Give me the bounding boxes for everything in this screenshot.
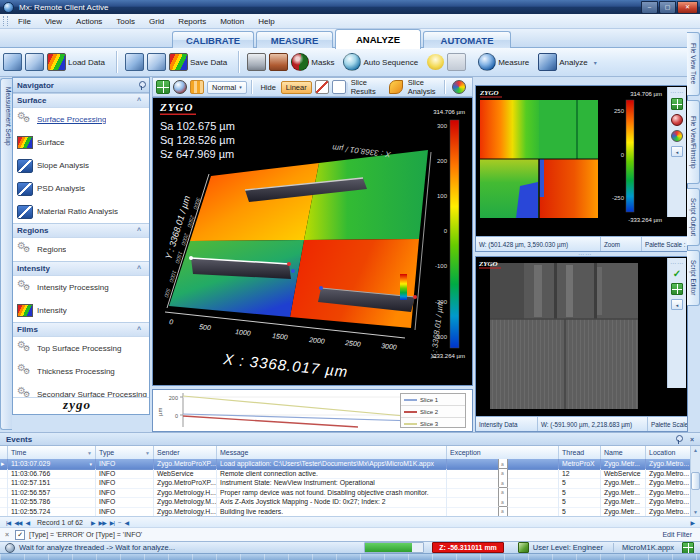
close-events-icon[interactable]: × [690,436,694,443]
section-regions[interactable]: Regions ^ [13,223,149,238]
nav-left-button[interactable]: ◀ [125,519,129,526]
clear-filter-icon[interactable]: × [5,531,9,538]
colormap-palette-icon[interactable] [452,80,466,94]
toolbar-overflow-icon[interactable]: ▾ [594,59,597,66]
view-mode-select[interactable]: Normal ▾ [207,81,247,94]
home-icon[interactable] [269,53,288,71]
col-message[interactable]: Message [217,446,447,460]
slice-results-button[interactable]: Slice Results [346,76,386,98]
auto-sequence-button[interactable]: Auto Sequence [363,58,418,67]
slice-analysis-icon[interactable] [389,80,403,94]
measure-icon[interactable] [478,53,496,71]
navitem-intensity-processing[interactable]: ⚙⚙ Intensity Processing [13,276,149,299]
intensity-view-panel[interactable]: ZYGO ⋯⋯ ✓ ◂ Intensity Data W: (-591.900 … [475,256,688,432]
minimize-button[interactable]: – [641,1,658,14]
navitem-material-ratio-analysis[interactable]: Material Ratio Analysis [13,200,149,223]
load-data-surface-icon[interactable] [47,53,66,71]
grid-layout-icon[interactable] [671,98,683,110]
filter-icon[interactable]: ▼ [87,450,92,456]
scroll-down-icon[interactable]: ▼ [693,509,698,515]
nav-prev-button[interactable]: ◀ [25,519,29,526]
print-icon[interactable] [247,53,266,71]
linear-scale-button[interactable]: Linear [281,81,312,94]
section-surface[interactable]: Surface ^ [13,93,149,108]
load-data-settings-icon[interactable] [25,53,44,71]
menu-actions[interactable]: Actions [69,14,109,28]
palette-icon[interactable] [671,130,683,142]
tab-script-output[interactable]: Script Output [687,188,700,246]
menu-reports[interactable]: Reports [171,14,213,28]
menu-help[interactable]: Help [251,14,281,28]
event-row[interactable]: ▸ 11:03:07.029▾ INFO Zygo.MetroProXP....… [0,459,690,469]
nav-next-button[interactable]: ▶ [91,519,95,526]
menu-tools[interactable]: Tools [109,14,142,28]
slice-endpoint-red[interactable] [413,295,417,299]
col-location[interactable]: Location [646,446,690,460]
save-data-settings-icon[interactable] [147,53,166,71]
profile-chart-icon[interactable] [315,80,329,94]
dropdown-icon[interactable]: ▾ [89,461,92,467]
event-row[interactable]: 11:02:56.557 INFO Zygo.Metrology.H... Pr… [0,488,690,498]
copy-results-icon[interactable] [332,80,346,94]
close-button[interactable]: ✕ [677,1,698,14]
filter-checkbox[interactable]: ✓ [15,530,25,540]
section-films[interactable]: Films ^ [13,322,149,337]
tab-file-view-tree[interactable]: File View Tree [687,32,700,96]
tab-measurement-setup[interactable]: Measurement Setup [0,78,12,430]
auto-sequence-icon[interactable] [343,53,361,71]
view-grid-icon[interactable] [156,80,170,94]
collapse-rail-button[interactable]: ◂ [671,146,683,157]
tab-measure[interactable]: MEASURE [256,31,333,49]
menu-view[interactable]: View [38,14,69,28]
menu-file[interactable]: File [11,14,38,28]
drag-handle[interactable]: ⋯⋯ [670,90,684,94]
red-sphere-icon[interactable] [671,114,683,126]
measure-button[interactable]: Measure [498,58,529,67]
save-data-button[interactable]: Save Data [190,58,227,67]
navitem-thickness-processing[interactable]: ⚙⚙ Thickness Processing [13,360,149,383]
nav-delete-button[interactable]: − [118,519,121,525]
slice-endpoint-red[interactable] [287,262,291,266]
analyze-button[interactable]: Analyze [559,58,587,67]
pin-icon[interactable] [137,81,145,90]
tab-automate[interactable]: AUTOMATE [423,31,511,49]
analyze-icon[interactable] [538,53,557,71]
masks-button[interactable]: Masks [311,58,334,67]
load-data-file-icon[interactable] [3,53,22,71]
save-data-file-icon[interactable] [125,53,144,71]
event-row[interactable]: 11:02:55.724 INFO Zygo.Metrology.H... Bu… [0,507,690,517]
slice-analysis-button[interactable]: Slice Analysis [403,76,445,98]
save-data-surface-icon[interactable] [169,53,188,71]
event-row[interactable]: 11:02:57.151 INFO Zygo.MetroProXP... Ins… [0,478,690,488]
navitem-psd-analysis[interactable]: PSD Analysis [13,177,149,200]
menu-grid[interactable]: Grid [142,14,171,28]
tab-calibrate[interactable]: CALIBRATE [172,31,254,49]
filter-icon[interactable]: ▼ [145,450,150,456]
navitem-surface[interactable]: Surface [13,131,149,154]
col-exception[interactable]: Exception [447,446,559,460]
nav-right-edge-button[interactable]: ▶ [690,519,694,526]
tab-script-editor[interactable]: Script Editor [687,250,700,306]
scroll-up-icon[interactable]: ▲ [693,447,698,453]
col-type[interactable]: Type▼ [96,446,154,460]
section-intensity[interactable]: Intensity ^ [13,261,149,276]
scroll-thumb[interactable] [691,472,700,490]
maximize-button[interactable]: ▢ [659,1,676,14]
zoom-view-panel[interactable]: 250 0 -250 314.706 µm -333.264 µm ZYGO ⋯… [475,85,688,252]
event-row[interactable]: 11:03:06.766 INFO WebService Remote clie… [0,469,690,479]
nav-fast-prev-button[interactable]: ◀◀ [14,519,21,526]
palette-bars-icon[interactable] [190,80,204,94]
pin-icon[interactable] [674,435,682,444]
events-scrollbar[interactable]: ▲ ▼ [690,446,700,516]
slice-profile-panel[interactable]: 200 0 µm Slice 1 Slice 2 Slice 3 [152,389,473,432]
load-data-button[interactable]: Load Data [68,58,105,67]
app-grid-icon[interactable] [682,542,694,554]
view-3d-icon[interactable] [173,80,187,94]
navitem-intensity[interactable]: Intensity [13,299,149,322]
nav-first-button[interactable]: |◀ [6,519,10,526]
col-sender[interactable]: Sender [154,446,217,460]
navitem-top-surface-processing[interactable]: ⚙⚙ Top Surface Processing [13,337,149,360]
surface-3d-view[interactable]: 0 500 1000 1500 2000 2500 3000 500 1000 … [152,97,473,386]
menu-motion[interactable]: Motion [213,14,251,28]
drag-handle[interactable]: ⋯⋯ [670,261,684,265]
